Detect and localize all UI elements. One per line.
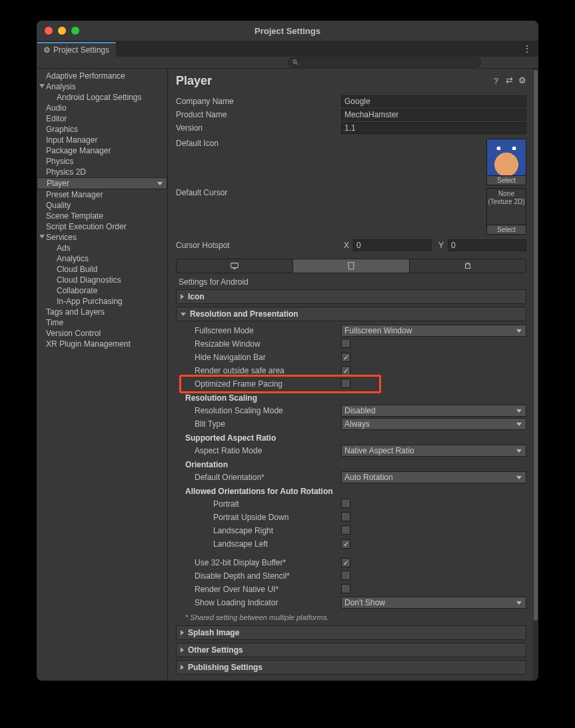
loading-indicator-select[interactable]: Don't Show	[341, 597, 526, 609]
sidebar-item-services[interactable]: Services	[37, 232, 167, 243]
default-icon-select-button[interactable]: Select	[486, 176, 526, 185]
platform-tab-webgl[interactable]	[293, 259, 410, 273]
minimize-window-button[interactable]	[58, 27, 66, 35]
search-icon	[292, 59, 298, 65]
section-other-settings[interactable]: Other Settings	[176, 643, 526, 657]
product-name-row: Product Name	[176, 108, 526, 121]
platform-tabs	[176, 259, 526, 273]
scaling-mode-select[interactable]: Disabled	[341, 405, 526, 417]
help-icon[interactable]: ？	[492, 75, 500, 87]
product-name-input[interactable]	[341, 109, 526, 121]
zoom-window-button[interactable]	[71, 27, 79, 35]
close-window-button[interactable]	[45, 27, 53, 35]
sidebar-item-scene-template[interactable]: Scene Template	[37, 211, 167, 221]
default-cursor-select-button[interactable]: Select	[486, 225, 526, 235]
default-orientation-label: Default Orientation*	[176, 473, 341, 482]
sidebar-item-package-manager[interactable]: Package Manager	[37, 145, 167, 156]
panel-header: Player ？ ⇄ ⚙	[176, 74, 526, 88]
sidebar-item-physics[interactable]: Physics	[37, 156, 167, 167]
sidebar-item-script-execution-order[interactable]: Script Execution Order	[37, 221, 167, 232]
svg-point-4	[466, 265, 467, 265]
hotspot-x-input[interactable]	[353, 239, 432, 251]
portrait-checkbox[interactable]	[341, 499, 350, 508]
aspect-ratio-mode-label: Aspect Ratio Mode	[176, 446, 341, 455]
section-splash-image[interactable]: Splash Image	[176, 625, 526, 640]
chevron-down-icon	[181, 313, 186, 316]
portrait-label: Portrait	[176, 499, 341, 509]
sidebar-item-android-logcat-settings[interactable]: Android Logcat Settings	[37, 92, 167, 103]
vertical-scrollbar[interactable]	[533, 69, 538, 681]
hide-nav-bar-checkbox[interactable]	[341, 353, 350, 362]
default-icon-preview	[486, 139, 526, 176]
sidebar-item-graphics[interactable]: Graphics	[37, 124, 167, 135]
render-over-native-checkbox[interactable]	[341, 584, 350, 593]
version-input[interactable]	[341, 122, 526, 134]
default-cursor-slot[interactable]: None (Texture 2D) Select	[486, 188, 526, 235]
disable-depth-stencil-checkbox[interactable]	[341, 571, 350, 580]
landscape-right-label: Landscape Right	[176, 526, 341, 535]
sidebar-item-cloud-diagnostics[interactable]: Cloud Diagnostics	[37, 275, 167, 285]
sidebar-item-input-manager[interactable]: Input Manager	[37, 135, 167, 145]
tab-bar: ⚙ Project Settings ⋮	[37, 41, 538, 57]
default-icon-slot[interactable]: Select	[486, 139, 526, 185]
section-resolution-presentation[interactable]: Resolution and Presentation	[176, 307, 526, 321]
render-safe-area-checkbox[interactable]	[341, 366, 350, 375]
sidebar-item-audio[interactable]: Audio	[37, 103, 167, 113]
sidebar-item-physics-2d[interactable]: Physics 2D	[37, 167, 167, 177]
platform-tab-standalone[interactable]	[177, 259, 293, 273]
aspect-ratio-mode-select[interactable]: Native Aspect Ratio	[341, 445, 526, 457]
landscape-left-checkbox[interactable]	[341, 539, 350, 549]
sidebar-item-xr-plugin-management[interactable]: XR Plugin Management	[37, 339, 167, 349]
tab-options-button[interactable]: ⋮	[516, 41, 538, 57]
hamster-icon	[487, 139, 526, 175]
landscape-left-label: Landscape Left	[176, 539, 341, 549]
resolution-presentation-body: Fullscreen ModeFullscreen Window Resizab…	[176, 324, 526, 625]
tab-project-settings[interactable]: ⚙ Project Settings	[37, 42, 116, 57]
use-32bit-buffer-checkbox[interactable]	[341, 558, 350, 567]
allowed-orientations-heading: Allowed Orientations for Auto Rotation	[176, 484, 526, 497]
blit-type-select[interactable]: Always	[341, 418, 526, 430]
resolution-scaling-heading: Resolution Scaling	[176, 391, 526, 404]
landscape-right-checkbox[interactable]	[341, 525, 350, 535]
platform-tab-android[interactable]	[410, 259, 526, 273]
sidebar-item-editor[interactable]: Editor	[37, 113, 167, 124]
scrollbar-thumb[interactable]	[534, 70, 538, 621]
default-orientation-select[interactable]: Auto Rotation	[341, 471, 526, 483]
sidebar-item-time[interactable]: Time	[37, 317, 167, 328]
section-publishing-settings[interactable]: Publishing Settings	[176, 660, 526, 675]
section-icon[interactable]: Icon	[176, 289, 526, 304]
titlebar: Project Settings	[37, 21, 538, 41]
optimized-frame-pacing-checkbox[interactable]	[341, 379, 350, 388]
body: Adaptive PerformanceAnalysisAndroid Logc…	[37, 69, 538, 681]
sidebar-item-ads[interactable]: Ads	[37, 243, 167, 253]
sidebar-item-adaptive-performance[interactable]: Adaptive Performance	[37, 71, 167, 81]
chevron-right-icon	[181, 294, 184, 299]
sidebar-item-player[interactable]: Player	[37, 177, 167, 189]
optimized-frame-pacing-label: Optimized Frame Pacing	[176, 379, 341, 389]
sidebar-item-analysis[interactable]: Analysis	[37, 81, 167, 92]
cursor-type-text: (Texture 2D)	[488, 198, 524, 206]
window-controls	[45, 27, 79, 35]
portrait-upside-down-checkbox[interactable]	[341, 512, 350, 521]
default-icon-label: Default Icon	[176, 139, 341, 185]
sidebar-item-cloud-build[interactable]: Cloud Build	[37, 264, 167, 275]
window-title: Project Settings	[37, 26, 538, 36]
hotspot-y-input[interactable]	[448, 239, 526, 251]
fullscreen-mode-select[interactable]: Fullscreen Window	[341, 325, 526, 337]
sidebar-item-analytics[interactable]: Analytics	[37, 253, 167, 264]
sidebar-item-version-control[interactable]: Version Control	[37, 328, 167, 339]
main-scroll: Player ？ ⇄ ⚙ Company Name Product Name	[168, 69, 533, 681]
sidebar-item-in-app-purchasing[interactable]: In-App Purchasing	[37, 296, 167, 307]
settings-gear-icon[interactable]: ⚙	[518, 75, 526, 87]
sidebar-item-preset-manager[interactable]: Preset Manager	[37, 189, 167, 200]
resizable-window-checkbox[interactable]	[341, 339, 350, 348]
company-name-input[interactable]	[341, 95, 526, 107]
sidebar-item-collaborate[interactable]: Collaborate	[37, 285, 167, 296]
scaling-mode-label: Resolution Scaling Mode	[176, 406, 341, 415]
search-input[interactable]	[288, 57, 481, 67]
sidebar-item-tags-and-layers[interactable]: Tags and Layers	[37, 307, 167, 317]
preset-icon[interactable]: ⇄	[506, 75, 513, 87]
tab-label: Project Settings	[53, 45, 109, 55]
html5-icon	[346, 261, 356, 271]
sidebar-item-quality[interactable]: Quality	[37, 200, 167, 211]
